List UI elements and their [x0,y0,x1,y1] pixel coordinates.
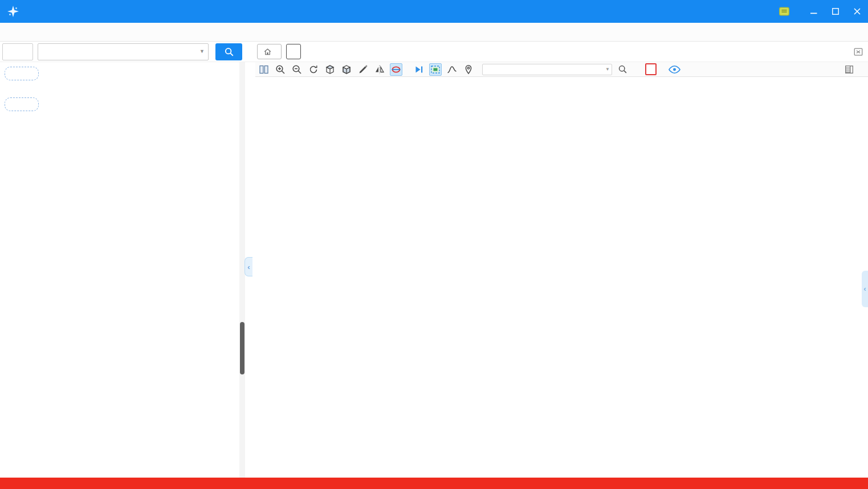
dropdown-caret-icon[interactable]: ▼ [605,67,610,72]
pcb-drawing [255,77,868,478]
layer-list-icon[interactable] [844,64,854,75]
color-scheme-button[interactable] [645,63,657,75]
dropdown-caret-icon[interactable]: ▼ [199,48,205,54]
app-logo-icon [6,4,21,19]
menubar [0,23,868,42]
paint-icon[interactable] [357,63,369,76]
model-search-input[interactable] [38,43,209,60]
close-panel-icon[interactable] [853,47,863,57]
vip-section [5,67,39,80]
close-button[interactable] [846,0,868,23]
home-icon [263,47,272,56]
category-sidebar [0,62,43,478]
content-area: ‹ [0,62,868,478]
titlebar [0,0,868,23]
top-layer-icon[interactable] [324,63,336,76]
license-icon[interactable] [773,0,795,23]
eye-icon[interactable] [669,65,680,74]
component-search-box: ▼ [482,64,612,75]
collapse-tree-handle[interactable]: ‹ [244,257,252,276]
flip-horizontal-icon[interactable] [373,63,386,76]
red-blue-screen-icon[interactable] [390,63,402,76]
curve-tool-icon[interactable] [446,63,458,76]
pcb-canvas[interactable] [255,77,868,478]
jump-icon[interactable] [413,63,425,76]
pin-icon[interactable] [462,63,475,76]
member-center-button[interactable] [257,44,282,59]
tab-active-pcb[interactable] [286,44,301,59]
maximize-button[interactable] [825,0,846,23]
topbar: ▼ [0,42,868,62]
star-icon [13,129,30,146]
model-search-button[interactable] [215,43,242,60]
statusbar [0,478,868,489]
model-search-box: ▼ [38,43,209,60]
component-search-icon[interactable] [616,63,629,76]
bottom-layer-icon[interactable] [340,63,353,76]
area-select-icon[interactable] [429,63,442,76]
component-search-input[interactable] [482,64,612,75]
minimize-button[interactable] [803,0,825,23]
zoom-in-icon[interactable] [274,63,287,76]
custom-section [5,97,39,111]
split-view-icon[interactable] [258,63,270,76]
pcb-viewer: ▼ [255,62,868,478]
file-tree [43,62,240,478]
rotate-icon[interactable] [307,63,320,76]
sidebar-item-favorites[interactable] [13,129,30,148]
viewer-toolbar: ▼ [255,62,868,77]
expand-panel-handle[interactable]: ‹ [862,271,868,307]
search-icon [224,47,234,57]
zoom-out-icon[interactable] [291,63,303,76]
shrink-button[interactable] [2,43,33,60]
three-d-view-button[interactable] [406,63,409,76]
tree-scrollbar-thumb[interactable] [240,322,244,374]
